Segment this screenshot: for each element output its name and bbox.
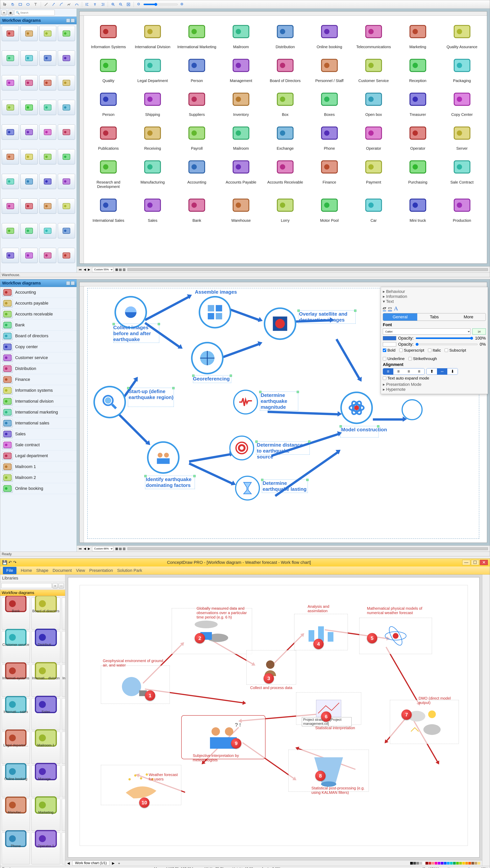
shapes-search-input[interactable] bbox=[15, 10, 55, 16]
shape-thumbnail[interactable] bbox=[2, 51, 19, 66]
shapes-panel-header[interactable]: Workflow diagrams bbox=[0, 17, 77, 24]
horizontal-scrollbar[interactable] bbox=[127, 547, 488, 550]
shape-thumbnail[interactable] bbox=[58, 149, 75, 164]
zoom-select[interactable]: Custom 66% bbox=[92, 546, 113, 551]
color-swatch[interactable] bbox=[478, 862, 480, 865]
library-search-input[interactable] bbox=[1, 583, 52, 588]
shape-thumbnail[interactable] bbox=[2, 124, 19, 140]
library-item[interactable]: Operator 1 bbox=[31, 832, 60, 865]
page-nav-prev-icon[interactable]: ◀ bbox=[84, 268, 86, 271]
panel-collapse-icon[interactable] bbox=[66, 281, 70, 285]
shape-thumbnail[interactable] bbox=[58, 124, 75, 140]
gallery-item[interactable]: Warehouse bbox=[220, 193, 262, 223]
ribbon-tab[interactable]: Solution Park bbox=[117, 568, 142, 573]
gallery-item[interactable]: Person bbox=[87, 87, 129, 117]
rectangle-tool-icon[interactable] bbox=[17, 1, 24, 8]
shape-thumbnail[interactable] bbox=[58, 223, 75, 239]
color-swatch[interactable] bbox=[426, 862, 428, 865]
shape-thumbnail[interactable] bbox=[39, 149, 56, 164]
color-swatch[interactable] bbox=[435, 862, 437, 865]
shape-list-item[interactable]: Online booking bbox=[0, 483, 77, 494]
shape-thumbnail[interactable] bbox=[58, 51, 75, 66]
color-swatch[interactable] bbox=[468, 862, 471, 865]
zoom-in-icon[interactable] bbox=[110, 1, 116, 8]
bg-opacity-slider[interactable] bbox=[415, 343, 478, 346]
minimize-button[interactable]: — bbox=[462, 560, 470, 565]
highlight-icon[interactable]: ▱ bbox=[383, 306, 386, 311]
gallery-item[interactable]: Personnel / Staff bbox=[308, 53, 350, 83]
align-center-icon[interactable] bbox=[92, 1, 98, 8]
shape-thumbnail[interactable] bbox=[58, 198, 75, 214]
shape-thumbnail[interactable] bbox=[21, 75, 38, 90]
gallery-item[interactable]: Quality bbox=[87, 53, 129, 83]
tab-tabs[interactable]: Tabs bbox=[417, 313, 452, 321]
shape-thumbnail[interactable] bbox=[2, 248, 19, 263]
gallery-item[interactable]: Operator bbox=[397, 121, 439, 151]
gallery-item[interactable]: Purchasing bbox=[397, 154, 439, 189]
gallery-item[interactable]: Lorry bbox=[264, 193, 307, 223]
bold-checkbox[interactable] bbox=[383, 348, 386, 352]
strike-checkbox[interactable] bbox=[408, 357, 412, 361]
shape-thumbnail[interactable] bbox=[58, 100, 75, 115]
color-swatch[interactable] bbox=[444, 862, 446, 865]
close-button[interactable]: ✕ bbox=[480, 560, 488, 565]
view-mode-icons[interactable]: ▦ ▤ ▥ bbox=[115, 268, 125, 271]
add-page-icon[interactable]: ＋ bbox=[117, 861, 121, 866]
shape-thumbnail[interactable] bbox=[21, 198, 38, 214]
ribbon-tab[interactable]: Document bbox=[53, 568, 72, 573]
gallery-item[interactable]: Server bbox=[441, 121, 483, 151]
gallery-item[interactable]: Quality Assurance bbox=[441, 19, 483, 49]
hand-tool-icon[interactable] bbox=[9, 1, 16, 8]
text-bg-color-swatch[interactable] bbox=[383, 342, 396, 346]
text-tool-icon[interactable] bbox=[32, 1, 39, 8]
gallery-item[interactable]: Payment bbox=[352, 154, 395, 189]
ribbon-tab[interactable]: Presentation bbox=[89, 568, 113, 573]
shape-list-item[interactable]: Distribution bbox=[0, 363, 77, 374]
gallery-item[interactable]: Payroll bbox=[176, 121, 218, 151]
shape-thumbnail[interactable] bbox=[21, 248, 38, 263]
shape-list-item[interactable]: Board of directors bbox=[0, 331, 77, 341]
color-swatch[interactable] bbox=[465, 862, 468, 865]
gallery-item[interactable]: Boxes bbox=[308, 87, 350, 117]
color-swatch[interactable] bbox=[423, 862, 425, 865]
gallery-item[interactable]: Accounts Payable bbox=[220, 154, 262, 189]
shape-thumbnail[interactable] bbox=[2, 26, 19, 41]
gallery-item[interactable]: Finance bbox=[308, 154, 350, 189]
gallery-item[interactable]: Treasurer bbox=[397, 87, 439, 117]
color-swatch[interactable] bbox=[438, 862, 440, 865]
color-swatch[interactable] bbox=[453, 862, 456, 865]
gallery-item[interactable]: Telecommunications bbox=[352, 19, 395, 49]
auto-expand-checkbox[interactable] bbox=[383, 376, 386, 380]
file-menu-button[interactable]: File bbox=[3, 567, 17, 574]
gallery-item[interactable]: Operator bbox=[352, 121, 395, 151]
horizontal-scrollbar[interactable] bbox=[127, 268, 488, 271]
gallery-item[interactable]: Online booking bbox=[308, 19, 350, 49]
view-mode-icons[interactable]: ▦ ▤ ▥ bbox=[115, 547, 125, 551]
page-nav-next-icon[interactable]: ▶ bbox=[88, 268, 90, 271]
ellipse-tool-icon[interactable] bbox=[25, 1, 31, 8]
connector-tool-icon[interactable] bbox=[51, 1, 57, 8]
icon-gallery-canvas[interactable]: Information SystemsInternational Divisio… bbox=[80, 11, 487, 264]
shape-list-item[interactable]: Accounts receivable bbox=[0, 309, 77, 320]
shape-list-item[interactable]: Sale contract bbox=[0, 439, 77, 451]
font-family-select[interactable]: Calibri bbox=[383, 329, 470, 335]
library-section-header[interactable]: Workflow diagrams bbox=[0, 590, 65, 596]
section-behaviour[interactable]: ▸ Behaviour bbox=[383, 289, 486, 294]
gallery-item[interactable]: International Sales bbox=[87, 193, 129, 223]
page-nav-next-icon[interactable]: ▶ bbox=[88, 547, 90, 551]
section-text[interactable]: ▾ Text bbox=[383, 299, 486, 304]
gallery-item[interactable]: Information Systems bbox=[87, 19, 129, 49]
gallery-item[interactable]: Motor Pool bbox=[308, 193, 350, 223]
shape-thumbnail[interactable] bbox=[21, 149, 38, 164]
shape-list-item[interactable]: Customer service bbox=[0, 352, 77, 363]
gallery-item[interactable]: Receiving bbox=[132, 121, 174, 151]
gallery-item[interactable]: Phone bbox=[308, 121, 350, 151]
shape-thumbnail[interactable] bbox=[21, 51, 38, 66]
qat-redo-icon[interactable]: ↷ bbox=[13, 560, 17, 565]
shape-thumbnail[interactable] bbox=[39, 198, 56, 214]
horizontal-align[interactable]: ≡≡≡≡ bbox=[383, 368, 425, 375]
gallery-item[interactable]: Copy Center bbox=[441, 87, 483, 117]
gallery-item[interactable]: Suppliers bbox=[176, 87, 218, 117]
shape-thumbnail[interactable] bbox=[39, 124, 56, 140]
gallery-item[interactable]: Shipping bbox=[132, 87, 174, 117]
